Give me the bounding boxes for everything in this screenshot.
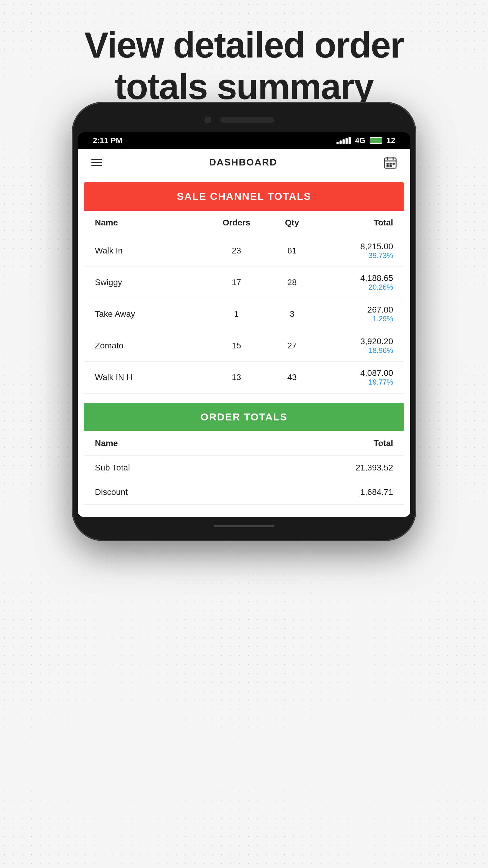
table-row: Walk IN H 13 43 4,087.00 19.77% xyxy=(84,362,404,393)
hamburger-menu-button[interactable] xyxy=(91,159,102,166)
row-orders: 13 xyxy=(206,373,267,382)
row-orders: 23 xyxy=(206,246,267,255)
signal-icon xyxy=(336,137,351,144)
row-name: Walk IN H xyxy=(95,373,206,382)
row2-total: 1,684.71 xyxy=(294,487,393,497)
phone-screen: 2:11 PM 4G 12 xyxy=(78,132,410,517)
table-row: Discount 1,684.71 xyxy=(84,480,404,504)
col-header-total: Total xyxy=(317,218,393,227)
row-orders: 17 xyxy=(206,278,267,287)
phone-notch xyxy=(78,108,410,132)
hero-title: View detailed ordertotals summary xyxy=(0,24,488,107)
row-orders: 1 xyxy=(206,309,267,319)
row-name: Swiggy xyxy=(95,278,206,287)
speaker-grille xyxy=(220,117,274,123)
row-total: 8,215.00 39.73% xyxy=(317,242,393,260)
row-qty: 28 xyxy=(267,278,318,287)
svg-rect-7 xyxy=(387,165,389,167)
sale-channel-title: SALE CHANNEL TOTALS xyxy=(177,190,311,202)
row-total: 3,920.20 18.96% xyxy=(317,337,393,355)
order-totals-title: ORDER TOTALS xyxy=(200,411,287,423)
order-totals-header: ORDER TOTALS xyxy=(84,403,404,431)
row-total: 267.00 1.29% xyxy=(317,305,393,323)
row-total: 4,087.00 19.77% xyxy=(317,368,393,386)
sale-channel-header: SALE CHANNEL TOTALS xyxy=(84,182,404,211)
table-row: Zomato 15 27 3,920.20 18.96% xyxy=(84,330,404,362)
phone-frame: 2:11 PM 4G 12 xyxy=(72,102,416,540)
svg-rect-4 xyxy=(387,163,389,164)
battery-icon xyxy=(369,137,382,144)
battery-level: 12 xyxy=(387,136,395,145)
status-bar: 2:11 PM 4G 12 xyxy=(78,132,410,149)
app-header-title: DASHBOARD xyxy=(209,157,277,168)
status-right-icons: 4G 12 xyxy=(336,136,395,145)
row2-total: 21,393.52 xyxy=(294,463,393,472)
svg-rect-8 xyxy=(390,165,392,167)
table-row: Walk In 23 61 8,215.00 39.73% xyxy=(84,235,404,267)
row-qty: 3 xyxy=(267,309,318,319)
col-header-qty: Qty xyxy=(267,218,318,227)
status-time: 2:11 PM xyxy=(93,136,122,145)
sale-channel-table: Name Orders Qty Total Walk In 23 61 8,21… xyxy=(84,211,404,394)
row2-name: Discount xyxy=(95,487,294,497)
order-totals-table: Name Total Sub Total 21,393.52 Discount … xyxy=(84,431,404,505)
table-row: Swiggy 17 28 4,188.65 20.26% xyxy=(84,267,404,299)
sale-channel-section: SALE CHANNEL TOTALS Name Orders Qty Tota… xyxy=(78,176,410,394)
row-name: Walk In xyxy=(95,246,206,255)
app-header: DASHBOARD xyxy=(78,149,410,176)
camera-icon xyxy=(204,117,211,123)
table-row: Sub Total 21,393.52 xyxy=(84,456,404,480)
svg-rect-5 xyxy=(390,163,392,164)
row-qty: 27 xyxy=(267,341,318,350)
col2-header-name: Name xyxy=(95,438,294,448)
col-header-name: Name xyxy=(95,218,206,227)
hero-section: View detailed ordertotals summary xyxy=(0,24,488,107)
phone-wrapper: 2:11 PM 4G 12 xyxy=(72,102,416,540)
svg-rect-6 xyxy=(392,163,395,164)
phone-bottom-bar xyxy=(78,517,410,535)
order-totals-section: ORDER TOTALS Name Total Sub Total 21,393… xyxy=(78,403,410,505)
row-total: 4,188.65 20.26% xyxy=(317,273,393,291)
table-row: Take Away 1 3 267.00 1.29% xyxy=(84,299,404,330)
row-qty: 61 xyxy=(267,246,318,255)
calendar-button[interactable] xyxy=(384,156,397,169)
network-label: 4G xyxy=(355,136,365,145)
row-name: Take Away xyxy=(95,309,206,319)
col-header-orders: Orders xyxy=(206,218,267,227)
row2-name: Sub Total xyxy=(95,463,294,472)
row-orders: 15 xyxy=(206,341,267,350)
row-qty: 43 xyxy=(267,373,318,382)
order-totals-table-header: Name Total xyxy=(84,431,404,456)
sale-channel-table-header: Name Orders Qty Total xyxy=(84,211,404,235)
col2-header-total: Total xyxy=(294,438,393,448)
home-indicator xyxy=(214,525,274,527)
row-name: Zomato xyxy=(95,341,206,350)
